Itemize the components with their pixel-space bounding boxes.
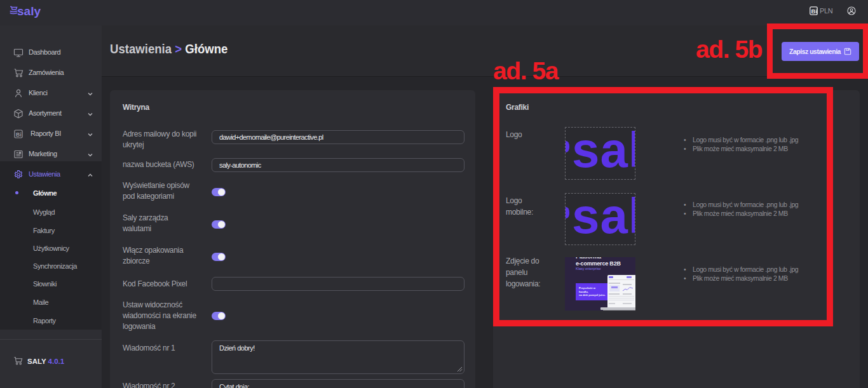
- svg-text:Bi: Bi: [16, 131, 22, 138]
- svg-text:Bi: Bi: [811, 8, 818, 15]
